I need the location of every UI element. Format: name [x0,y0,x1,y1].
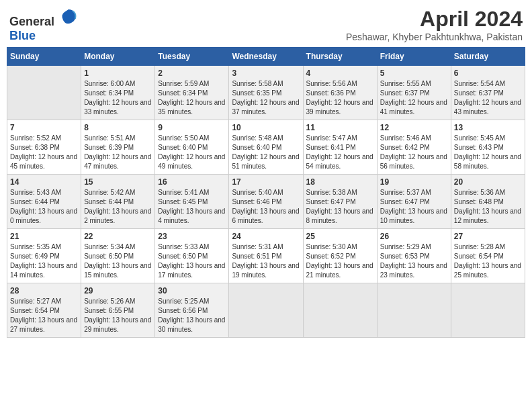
day-detail: Sunrise: 5:45 AMSunset: 6:43 PMDaylight:… [454,134,522,171]
day-number: 28 [10,286,78,295]
month-year-title: April 2024 [346,7,523,32]
title-block: April 2024 Peshawar, Khyber Pakhtunkhwa,… [346,7,523,42]
day-number: 12 [380,123,448,132]
calendar-cell: 21Sunrise: 5:35 AMSunset: 6:49 PMDayligh… [7,229,81,283]
weekday-header-wednesday: Wednesday [229,48,303,66]
day-detail: Sunrise: 5:43 AMSunset: 6:44 PMDaylight:… [10,188,78,226]
calendar-week-row: 21Sunrise: 5:35 AMSunset: 6:49 PMDayligh… [7,229,525,283]
day-detail: Sunrise: 5:58 AMSunset: 6:35 PMDaylight:… [232,79,300,117]
day-number: 11 [306,123,374,132]
calendar-cell [7,66,81,120]
logo-general: General [9,15,54,28]
day-number: 22 [84,232,152,241]
day-detail: Sunrise: 5:30 AMSunset: 6:52 PMDaylight:… [306,242,374,280]
weekday-header-sunday: Sunday [7,48,81,66]
calendar-week-row: 7Sunrise: 5:52 AMSunset: 6:38 PMDaylight… [7,120,525,175]
day-number: 20 [454,177,522,187]
day-detail: Sunrise: 5:51 AMSunset: 6:39 PMDaylight:… [84,134,152,171]
day-detail: Sunrise: 5:36 AMSunset: 6:48 PMDaylight:… [454,188,522,226]
day-number: 9 [158,123,226,132]
weekday-header-friday: Friday [377,48,451,66]
day-detail: Sunrise: 5:55 AMSunset: 6:37 PMDaylight:… [380,79,448,117]
day-number: 7 [10,123,78,132]
weekday-header-saturday: Saturday [451,48,525,66]
calendar-cell: 15Sunrise: 5:42 AMSunset: 6:44 PMDayligh… [81,175,155,229]
day-number: 19 [380,177,448,187]
calendar-cell: 22Sunrise: 5:34 AMSunset: 6:50 PMDayligh… [81,229,155,283]
calendar-cell: 12Sunrise: 5:46 AMSunset: 6:42 PMDayligh… [377,120,451,175]
calendar-cell: 16Sunrise: 5:41 AMSunset: 6:45 PMDayligh… [155,175,229,229]
calendar-cell [303,283,377,338]
calendar-week-row: 28Sunrise: 5:27 AMSunset: 6:54 PMDayligh… [7,283,525,338]
day-number: 17 [232,177,300,187]
logo: General Blue [9,7,78,43]
calendar-cell: 9Sunrise: 5:50 AMSunset: 6:40 PMDaylight… [155,120,229,175]
weekday-header-thursday: Thursday [303,48,377,66]
day-number: 4 [306,68,374,78]
calendar-cell: 24Sunrise: 5:31 AMSunset: 6:51 PMDayligh… [229,229,303,283]
page-header: General Blue April 2024 Peshawar, Khyber… [7,7,525,43]
day-detail: Sunrise: 5:33 AMSunset: 6:50 PMDaylight:… [158,242,226,280]
calendar-cell: 19Sunrise: 5:37 AMSunset: 6:47 PMDayligh… [377,175,451,229]
day-number: 23 [158,232,226,241]
day-detail: Sunrise: 5:42 AMSunset: 6:44 PMDaylight:… [84,188,152,226]
calendar-cell: 10Sunrise: 5:48 AMSunset: 6:40 PMDayligh… [229,120,303,175]
calendar-cell: 27Sunrise: 5:28 AMSunset: 6:54 PMDayligh… [451,229,525,283]
day-number: 3 [232,68,300,78]
calendar-cell: 20Sunrise: 5:36 AMSunset: 6:48 PMDayligh… [451,175,525,229]
calendar-cell: 8Sunrise: 5:51 AMSunset: 6:39 PMDaylight… [81,120,155,175]
calendar-cell: 6Sunrise: 5:54 AMSunset: 6:37 PMDaylight… [451,66,525,120]
calendar-cell: 25Sunrise: 5:30 AMSunset: 6:52 PMDayligh… [303,229,377,283]
day-detail: Sunrise: 5:46 AMSunset: 6:42 PMDaylight:… [380,134,448,171]
day-number: 6 [454,68,522,78]
calendar-cell [377,283,451,338]
day-detail: Sunrise: 5:26 AMSunset: 6:55 PMDaylight:… [84,297,152,334]
calendar-week-row: 1Sunrise: 6:00 AMSunset: 6:34 PMDaylight… [7,66,525,120]
calendar-cell: 26Sunrise: 5:29 AMSunset: 6:53 PMDayligh… [377,229,451,283]
weekday-header-tuesday: Tuesday [155,48,229,66]
day-number: 21 [10,232,78,241]
calendar-cell: 11Sunrise: 5:47 AMSunset: 6:41 PMDayligh… [303,120,377,175]
calendar-cell: 28Sunrise: 5:27 AMSunset: 6:54 PMDayligh… [7,283,81,338]
calendar-cell: 13Sunrise: 5:45 AMSunset: 6:43 PMDayligh… [451,120,525,175]
day-number: 14 [10,177,78,187]
day-number: 18 [306,177,374,187]
calendar-cell: 4Sunrise: 5:56 AMSunset: 6:36 PMDaylight… [303,66,377,120]
day-number: 25 [306,232,374,241]
day-detail: Sunrise: 5:52 AMSunset: 6:38 PMDaylight:… [10,134,78,171]
day-detail: Sunrise: 5:37 AMSunset: 6:47 PMDaylight:… [380,188,448,226]
weekday-header-row: SundayMondayTuesdayWednesdayThursdayFrid… [7,48,525,66]
location-subtitle: Peshawar, Khyber Pakhtunkhwa, Pakistan [346,32,523,42]
day-detail: Sunrise: 5:41 AMSunset: 6:45 PMDaylight:… [158,188,226,226]
day-number: 10 [232,123,300,132]
day-detail: Sunrise: 5:27 AMSunset: 6:54 PMDaylight:… [10,297,78,334]
day-number: 27 [454,232,522,241]
calendar-cell: 1Sunrise: 6:00 AMSunset: 6:34 PMDaylight… [81,66,155,120]
day-detail: Sunrise: 5:47 AMSunset: 6:41 PMDaylight:… [306,134,374,171]
calendar-cell: 29Sunrise: 5:26 AMSunset: 6:55 PMDayligh… [81,283,155,338]
logo-icon [59,7,78,26]
day-detail: Sunrise: 5:56 AMSunset: 6:36 PMDaylight:… [306,79,374,117]
day-detail: Sunrise: 5:31 AMSunset: 6:51 PMDaylight:… [232,242,300,280]
logo-blue: Blue [9,29,36,42]
calendar-cell: 17Sunrise: 5:40 AMSunset: 6:46 PMDayligh… [229,175,303,229]
day-number: 13 [454,123,522,132]
day-detail: Sunrise: 5:34 AMSunset: 6:50 PMDaylight:… [84,242,152,280]
weekday-header-monday: Monday [81,48,155,66]
day-detail: Sunrise: 6:00 AMSunset: 6:34 PMDaylight:… [84,79,152,117]
calendar-cell: 7Sunrise: 5:52 AMSunset: 6:38 PMDaylight… [7,120,81,175]
calendar-cell: 18Sunrise: 5:38 AMSunset: 6:47 PMDayligh… [303,175,377,229]
day-detail: Sunrise: 5:48 AMSunset: 6:40 PMDaylight:… [232,134,300,171]
day-number: 15 [84,177,152,187]
calendar-cell: 30Sunrise: 5:25 AMSunset: 6:56 PMDayligh… [155,283,229,338]
day-detail: Sunrise: 5:29 AMSunset: 6:53 PMDaylight:… [380,242,448,280]
day-detail: Sunrise: 5:28 AMSunset: 6:54 PMDaylight:… [454,242,522,280]
day-number: 29 [84,286,152,295]
day-detail: Sunrise: 5:54 AMSunset: 6:37 PMDaylight:… [454,79,522,117]
day-number: 2 [158,68,226,78]
day-number: 8 [84,123,152,132]
day-detail: Sunrise: 5:50 AMSunset: 6:40 PMDaylight:… [158,134,226,171]
calendar-week-row: 14Sunrise: 5:43 AMSunset: 6:44 PMDayligh… [7,175,525,229]
calendar-cell: 3Sunrise: 5:58 AMSunset: 6:35 PMDaylight… [229,66,303,120]
calendar-cell: 23Sunrise: 5:33 AMSunset: 6:50 PMDayligh… [155,229,229,283]
